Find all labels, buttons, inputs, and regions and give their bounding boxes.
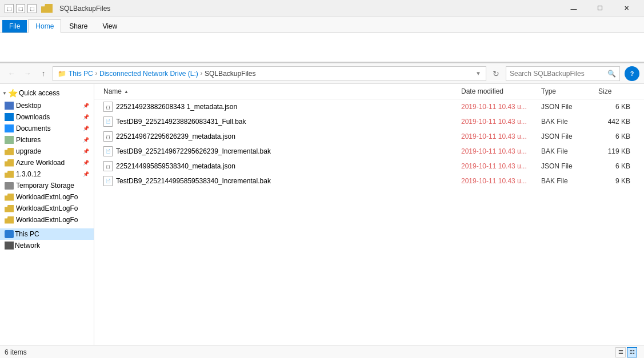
sidebar-desktop-label: Desktop: [16, 102, 41, 110]
sidebar-quick-access-header[interactable]: ▼ ⭐ Quick access: [0, 86, 94, 100]
file-icon: { }: [103, 102, 113, 112]
col-header-date[interactable]: Date modified: [457, 85, 537, 98]
sidebar-item-upgrade[interactable]: upgrade 📌: [0, 146, 94, 157]
address-folder[interactable]: SQLBackupFiles: [205, 70, 255, 78]
file-row[interactable]: { } 225214923882608343 1_metadata.json 2…: [94, 99, 644, 114]
maximize-button[interactable]: ☐: [587, 0, 613, 17]
file-date-0: 2019-10-11 10.43 u...: [457, 102, 537, 112]
file-size-2: 6 KB: [594, 131, 639, 142]
tab-view[interactable]: View: [95, 20, 124, 33]
file-date-2: 2019-10-11 10.43 u...: [457, 131, 537, 142]
file-type-0: JSON File: [537, 102, 594, 112]
file-date-5: 2019-10-11 10.43 u...: [457, 176, 537, 186]
file-name-text: 2252144995859538340_metadata.json: [116, 162, 235, 170]
ribbon: File Home Share View: [0, 17, 644, 63]
sidebar-item-downloads[interactable]: Downloads 📌: [0, 111, 94, 123]
col-name-label: Name: [103, 87, 122, 95]
col-header-name[interactable]: Name ▲: [99, 85, 457, 98]
file-name-text: 2252149672295626239_metadata.json: [116, 132, 235, 140]
sidebar-item-azure-workload[interactable]: Azure Workload 📌: [0, 157, 94, 168]
divider-1: [0, 227, 94, 227]
network-label: Network: [15, 242, 40, 250]
sidebar-pictures-label: Pictures: [16, 136, 41, 144]
address-icon: 📁: [58, 70, 66, 78]
pin-icon: 📌: [83, 160, 89, 166]
address-sep-2: ›: [201, 70, 202, 77]
title-bar: ⬚ ⬚ ⬚ SQLBackupFiles — ☐ ✕: [0, 0, 644, 17]
file-row[interactable]: { } 2252144995859538340_metadata.json 20…: [94, 159, 644, 174]
ribbon-bar: [0, 33, 644, 63]
file-type-4: JSON File: [537, 161, 594, 171]
quick-access-1[interactable]: ⬚: [5, 4, 14, 13]
folder-icon: [5, 171, 14, 178]
file-row[interactable]: 📄 TestDB9_2252144995859538340_Incrementa…: [94, 174, 644, 188]
sidebar-workload-1-label: WorkloadExtnLogFo: [16, 193, 78, 201]
folder-icon: [5, 148, 14, 155]
nav-bar: ← → ↑ 📁 This PC › Disconnected Network D…: [0, 63, 644, 84]
file-row[interactable]: 📄 TestDB9_2252149238826083431_Full.bak 2…: [94, 114, 644, 129]
quick-access-2[interactable]: ⬚: [16, 4, 25, 13]
forward-button: →: [21, 67, 34, 81]
sidebar-azure-workload-label: Azure Workload: [16, 159, 65, 167]
file-name-4: { } 2252144995859538340_metadata.json: [99, 160, 457, 172]
detail-view-button[interactable]: ☷: [627, 347, 637, 357]
file-row[interactable]: 📄 TestDB9_2252149672295626239_Incrementa…: [94, 144, 644, 159]
pin-icon: 📌: [83, 103, 89, 108]
tab-home[interactable]: Home: [28, 19, 61, 33]
address-bar[interactable]: 📁 This PC › Disconnected Network Drive (…: [53, 66, 486, 81]
file-size-0: 6 KB: [594, 102, 639, 112]
sidebar: ▼ ⭐ Quick access Desktop 📌 Downloads 📌 D…: [0, 84, 94, 345]
pin-icon: 📌: [83, 126, 89, 131]
sidebar-version-label: 1.3.0.12: [16, 170, 41, 178]
sidebar-this-pc[interactable]: This PC: [0, 228, 94, 240]
window-controls: — ☐ ✕: [561, 0, 639, 17]
list-view-button[interactable]: ☰: [615, 347, 626, 357]
help-button[interactable]: ?: [625, 66, 639, 81]
col-header-size[interactable]: Size: [594, 85, 639, 98]
file-icon: { }: [103, 131, 113, 142]
status-bar: 6 items ☰ ☷: [0, 345, 644, 358]
file-name-text: TestDB9_2252144995859538340_Incremental.…: [116, 177, 271, 185]
sidebar-item-temp-storage[interactable]: Temporary Storage: [0, 180, 94, 191]
sidebar-item-workload-1[interactable]: WorkloadExtnLogFo: [0, 191, 94, 203]
minimize-button[interactable]: —: [561, 0, 587, 17]
sidebar-workload-3-label: WorkloadExtnLogFo: [16, 216, 78, 224]
address-dropdown[interactable]: ▼: [475, 70, 481, 77]
search-box[interactable]: 🔍: [506, 66, 620, 81]
sidebar-item-version[interactable]: 1.3.0.12 📌: [0, 168, 94, 180]
refresh-button[interactable]: ↻: [489, 66, 503, 81]
file-name-text: 225214923882608343 1_metadata.json: [116, 103, 237, 111]
sidebar-documents-label: Documents: [16, 124, 51, 132]
sidebar-item-workload-2[interactable]: WorkloadExtnLogFo: [0, 203, 94, 214]
file-type-2: JSON File: [537, 131, 594, 142]
quick-access-3[interactable]: ⬚: [27, 4, 37, 13]
file-row[interactable]: { } 2252149672295626239_metadata.json 20…: [94, 129, 644, 144]
pin-icon: 📌: [83, 171, 89, 177]
file-name-0: { } 225214923882608343 1_metadata.json: [99, 100, 457, 113]
pin-icon: 📌: [83, 137, 89, 143]
pictures-icon: [5, 136, 14, 144]
title-bar-quick-access: ⬚ ⬚ ⬚: [5, 4, 37, 13]
search-input[interactable]: [510, 70, 605, 78]
file-name-3: 📄 TestDB9_2252149672295626239_Incrementa…: [99, 145, 457, 158]
pin-icon: 📌: [83, 114, 89, 120]
sidebar-item-documents[interactable]: Documents 📌: [0, 123, 94, 134]
file-list: Name ▲ Date modified Type Size { } 22521…: [94, 84, 644, 345]
star-icon: ⭐: [8, 89, 18, 98]
col-header-type[interactable]: Type: [537, 85, 594, 98]
address-drive[interactable]: Disconnected Network Drive (L:): [99, 70, 198, 78]
col-date-label: Date modified: [461, 87, 503, 95]
address-this-pc[interactable]: This PC: [69, 70, 93, 78]
tab-share[interactable]: Share: [62, 20, 94, 33]
col-type-label: Type: [541, 87, 556, 95]
sidebar-item-workload-3[interactable]: WorkloadExtnLogFo: [0, 214, 94, 226]
sidebar-item-desktop[interactable]: Desktop 📌: [0, 100, 94, 111]
tab-file[interactable]: File: [2, 20, 27, 33]
sidebar-network[interactable]: Network: [0, 240, 94, 251]
close-button[interactable]: ✕: [613, 0, 639, 17]
sidebar-item-pictures[interactable]: Pictures 📌: [0, 134, 94, 146]
sidebar-downloads-label: Downloads: [16, 113, 50, 121]
sidebar-upgrade-label: upgrade: [16, 147, 41, 155]
up-button[interactable]: ↑: [37, 67, 50, 81]
sidebar-workload-2-label: WorkloadExtnLogFo: [16, 204, 78, 212]
